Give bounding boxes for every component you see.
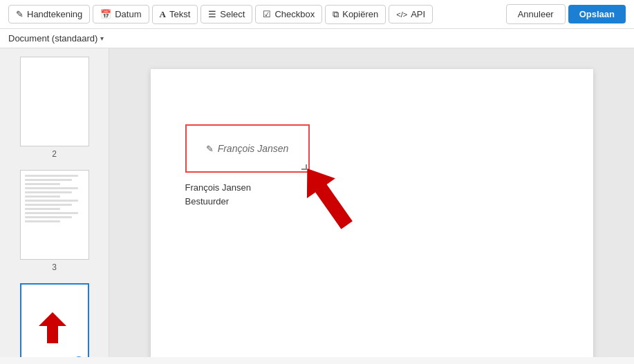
thumb-line (25, 200, 78, 202)
thumb-line (25, 187, 78, 189)
select-button[interactable]: ☰ Select (201, 5, 252, 23)
main-layout: 2 3 (0, 48, 634, 357)
signature-label-title: Bestuurder (185, 195, 251, 209)
kopieren-icon: ⧉ (333, 9, 339, 20)
api-button[interactable]: </> API (389, 5, 433, 23)
select-icon: ☰ (208, 9, 216, 19)
thumb-line (25, 220, 61, 222)
page-thumbnail-3[interactable] (20, 170, 89, 260)
thumb-line (25, 216, 73, 218)
content-area: ✎ François Jansen François Jansen Bestuu… (109, 48, 634, 357)
signature-label-name: François Jansen (185, 181, 251, 195)
sidebar: 2 3 (0, 48, 109, 357)
resize-handle[interactable] (301, 164, 307, 170)
page-thumb-container-3[interactable]: 3 (17, 167, 92, 275)
page-thumb-container-4[interactable]: 1 4 (17, 280, 92, 357)
opslaan-button[interactable]: Opslaan (568, 5, 626, 23)
page-number-2: 2 (52, 149, 57, 159)
datum-icon: 📅 (100, 9, 111, 19)
svg-marker-0 (39, 312, 66, 343)
thumb-line (25, 212, 78, 214)
thumb-inner-2 (21, 57, 88, 146)
page-thumbnail-2[interactable] (20, 57, 89, 146)
thumb-line (25, 204, 73, 206)
datum-button[interactable]: 📅 Datum (93, 5, 149, 23)
thumb-inner-3 (21, 171, 88, 259)
page-thumb-container-2[interactable]: 2 (17, 54, 92, 162)
document-page: ✎ François Jansen François Jansen Bestuu… (151, 69, 593, 357)
page-thumbnail-4[interactable]: 1 (20, 283, 89, 357)
chevron-down-icon: ▾ (100, 35, 104, 42)
handtekening-button[interactable]: ✎ Handtekening (8, 5, 90, 23)
thumb-line (25, 175, 78, 177)
document-select[interactable]: Document (standaard) ▾ (8, 33, 104, 44)
thumb-inner-4 (21, 285, 88, 357)
thumb-red-arrow (32, 305, 73, 347)
thumb-line (25, 208, 61, 210)
sub-toolbar: Document (standaard) ▾ (0, 29, 634, 48)
document-label: Document (standaard) (8, 33, 97, 44)
signature-box-inner: ✎ François Jansen (206, 143, 289, 154)
tekst-icon: A (160, 9, 166, 20)
tekst-button[interactable]: A Tekst (152, 5, 198, 24)
thumb-line (25, 183, 61, 185)
checkbox-button[interactable]: ☑ Checkbox (255, 5, 322, 23)
thumb-line (25, 195, 61, 198)
signature-name: François Jansen (218, 143, 289, 154)
thumb-line (25, 191, 73, 193)
thumb-line (25, 179, 73, 181)
signature-box[interactable]: ✎ François Jansen (185, 124, 310, 173)
toolbar: ✎ Handtekening 📅 Datum A Tekst ☰ Select … (0, 0, 634, 29)
handtekening-icon: ✎ (16, 9, 24, 19)
checkbox-icon: ☑ (263, 9, 271, 19)
signature-label: François Jansen Bestuurder (185, 181, 251, 208)
api-icon: </> (396, 10, 407, 19)
page-number-3: 3 (52, 262, 57, 272)
signature-edit-icon: ✎ (206, 144, 214, 154)
annuleer-button[interactable]: Annuleer (506, 4, 566, 24)
kopieren-button[interactable]: ⧉ Kopiëren (325, 5, 386, 24)
